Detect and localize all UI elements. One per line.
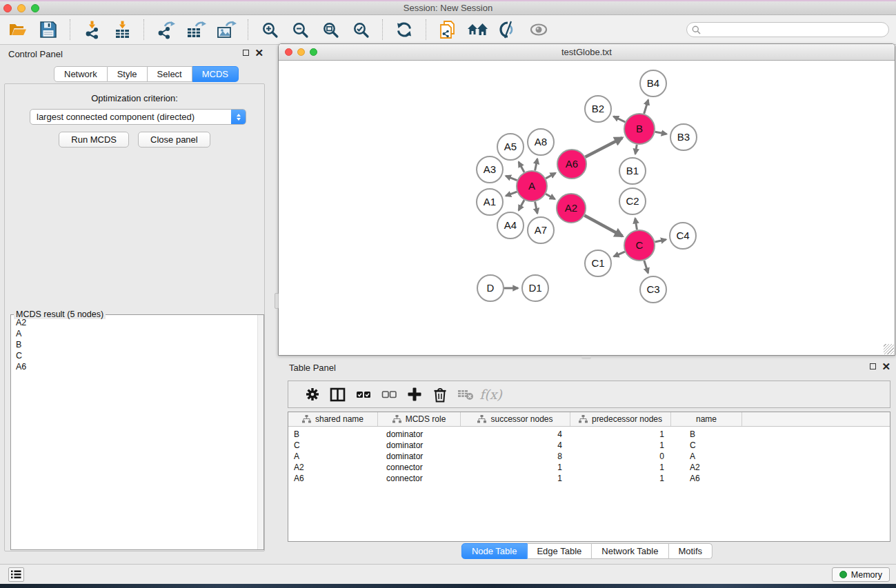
- graph-node-B2[interactable]: B2: [585, 96, 611, 122]
- close-panel-button[interactable]: Close panel: [138, 132, 210, 148]
- graph-node-C2[interactable]: C2: [619, 188, 646, 214]
- deselect-all-button[interactable]: [376, 383, 401, 405]
- graph-edge[interactable]: [614, 252, 625, 256]
- graph-edge[interactable]: [519, 200, 524, 210]
- close-panel-icon[interactable]: ✕: [255, 49, 263, 57]
- new-network-from-selection-button[interactable]: [435, 17, 460, 42]
- tab-network[interactable]: Network: [54, 66, 108, 82]
- graph-node-A[interactable]: A: [517, 171, 547, 201]
- float-table-panel-icon[interactable]: [870, 363, 876, 369]
- memory-button[interactable]: Memory: [832, 567, 890, 582]
- network-window-titlebar[interactable]: testGlobe.txt: [279, 44, 895, 61]
- graph-edge[interactable]: [506, 176, 517, 180]
- graph-edge[interactable]: [535, 159, 537, 170]
- search-input[interactable]: [701, 23, 888, 36]
- tab-motifs[interactable]: Motifs: [668, 543, 713, 559]
- float-panel-icon[interactable]: [243, 50, 249, 56]
- maximize-network-icon[interactable]: [310, 48, 317, 56]
- zoom-fit-button[interactable]: [318, 17, 343, 42]
- column-header-predecessor-nodes[interactable]: predecessor nodes: [570, 412, 671, 426]
- delete-row-button[interactable]: [427, 383, 452, 405]
- minimize-network-icon[interactable]: [297, 48, 305, 56]
- network-canvas[interactable]: B4B2BB3A8A5A6A3B1AA1C2A2A4A7C4CC1C3DD1: [279, 61, 895, 355]
- show-panels-button[interactable]: [8, 567, 24, 582]
- mcds-result-scrollbar[interactable]: [257, 315, 263, 549]
- result-item[interactable]: A2: [12, 317, 257, 328]
- graph-node-A7[interactable]: A7: [528, 217, 554, 243]
- graph-node-A1[interactable]: A1: [477, 189, 503, 215]
- zoom-in-button[interactable]: [257, 17, 282, 42]
- import-table-button[interactable]: [110, 17, 135, 42]
- apply-layout-button[interactable]: [392, 17, 417, 42]
- network-vertical-scrollbar[interactable]: [275, 293, 279, 309]
- level-of-detail-button[interactable]: [526, 17, 551, 42]
- open-session-button[interactable]: [6, 17, 30, 42]
- close-network-icon[interactable]: [285, 48, 292, 56]
- graph-edge[interactable]: [655, 132, 667, 134]
- graph-node-C[interactable]: C: [624, 230, 655, 261]
- graph-node-A3[interactable]: A3: [477, 156, 503, 183]
- column-header-mcds-role[interactable]: MCDS role: [378, 412, 461, 426]
- table-row[interactable]: A6connector11A6: [288, 473, 890, 484]
- graph-node-A2[interactable]: A2: [557, 194, 586, 223]
- graph-edge[interactable]: [614, 116, 626, 122]
- graph-edge[interactable]: [655, 239, 666, 242]
- zoom-selected-button[interactable]: [348, 17, 373, 42]
- tab-style[interactable]: Style: [108, 66, 148, 82]
- column-header-name[interactable]: name: [671, 412, 742, 426]
- result-item[interactable]: C: [12, 350, 257, 361]
- graph-edge[interactable]: [546, 173, 555, 179]
- tab-node-table[interactable]: Node Table: [461, 543, 528, 559]
- graph-node-B3[interactable]: B3: [670, 124, 697, 150]
- table-row[interactable]: A2connector11A2: [288, 462, 890, 473]
- network-graph[interactable]: B4B2BB3A8A5A6A3B1AA1C2A2A4A7C4CC1C3DD1: [279, 61, 895, 355]
- table-row[interactable]: Bdominator41B: [288, 429, 890, 440]
- graph-node-A4[interactable]: A4: [497, 212, 524, 239]
- graph-edge[interactable]: [586, 138, 623, 157]
- result-item[interactable]: A: [12, 328, 257, 339]
- tab-select[interactable]: Select: [148, 66, 192, 82]
- graph-node-D1[interactable]: D1: [522, 275, 548, 301]
- graph-node-C3[interactable]: C3: [640, 276, 666, 303]
- graph-node-C1[interactable]: C1: [585, 250, 611, 276]
- graph-edge[interactable]: [635, 219, 637, 230]
- graph-node-A8[interactable]: A8: [528, 129, 554, 155]
- export-table-button[interactable]: [183, 17, 208, 42]
- graph-edge[interactable]: [635, 145, 637, 154]
- graph-node-C4[interactable]: C4: [670, 223, 696, 249]
- graph-edge[interactable]: [519, 162, 524, 172]
- graph-edge[interactable]: [535, 202, 537, 214]
- search-field[interactable]: [686, 22, 889, 37]
- add-row-button[interactable]: [401, 383, 427, 405]
- column-header-successor-nodes[interactable]: successor nodes: [461, 412, 570, 426]
- export-image-button[interactable]: [214, 17, 239, 42]
- export-network-button[interactable]: [153, 17, 178, 42]
- graphics-details-button[interactable]: [496, 17, 521, 42]
- result-item[interactable]: B: [12, 339, 257, 350]
- home-button[interactable]: [466, 17, 490, 42]
- show-columns-button[interactable]: [325, 383, 350, 405]
- graph-node-B1[interactable]: B1: [619, 158, 646, 184]
- table-row[interactable]: Cdominator41C: [288, 440, 890, 451]
- column-header-shared-name[interactable]: shared name: [288, 412, 378, 426]
- graph-node-D[interactable]: D: [477, 275, 504, 301]
- select-all-button[interactable]: [350, 383, 376, 405]
- resize-handle-icon[interactable]: [884, 344, 894, 354]
- graph-node-B4[interactable]: B4: [640, 70, 666, 97]
- close-table-panel-icon[interactable]: ✕: [882, 363, 890, 370]
- zoom-out-button[interactable]: [288, 17, 312, 42]
- graph-edge[interactable]: [644, 261, 648, 273]
- table-settings-button[interactable]: [299, 383, 325, 405]
- node-table[interactable]: shared name MCDS role successor nodes pr…: [288, 412, 890, 542]
- graph-edge[interactable]: [584, 216, 622, 236]
- tab-mcds[interactable]: MCDS: [192, 66, 239, 82]
- graph-node-A6[interactable]: A6: [557, 150, 586, 179]
- table-row[interactable]: Adominator80A: [288, 451, 890, 462]
- graph-node-A5[interactable]: A5: [497, 134, 524, 160]
- graph-node-B[interactable]: B: [624, 114, 655, 144]
- graph-edge[interactable]: [546, 194, 555, 199]
- result-item[interactable]: A6: [12, 361, 257, 372]
- run-mcds-button[interactable]: Run MCDS: [59, 132, 129, 148]
- graph-edge[interactable]: [506, 192, 517, 196]
- graph-edge[interactable]: [644, 100, 648, 114]
